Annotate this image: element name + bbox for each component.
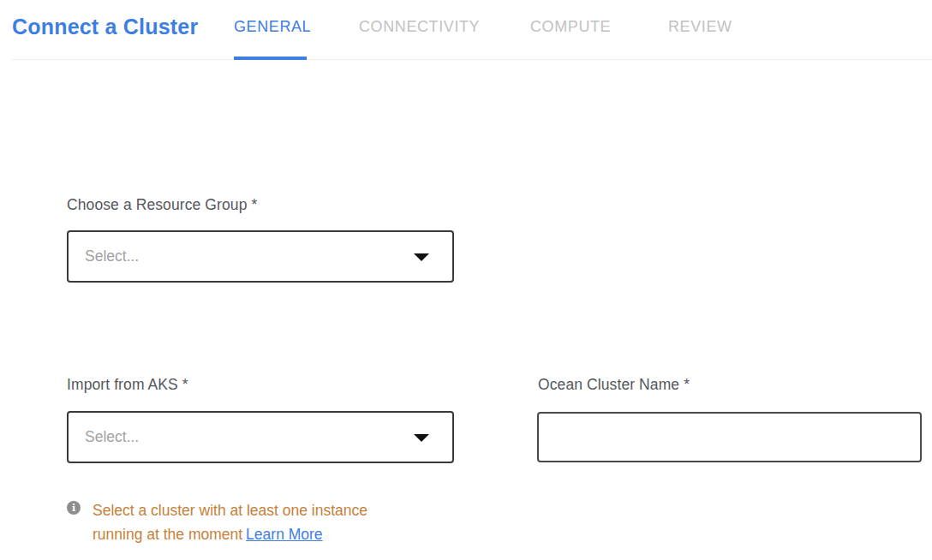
resource-group-placeholder: Select... — [69, 247, 139, 265]
resource-group-label: Choose a Resource Group * — [67, 196, 257, 214]
tab-compute[interactable]: COMPUTE — [530, 18, 611, 36]
tab-general[interactable]: GENERAL — [234, 18, 311, 36]
caret-down-icon — [414, 434, 429, 442]
info-note-text: Select a cluster with at least one insta… — [93, 498, 403, 546]
import-aks-label: Import from AKS * — [67, 376, 188, 394]
tab-review[interactable]: REVIEW — [668, 18, 732, 36]
import-aks-select[interactable]: Select... — [67, 411, 454, 463]
active-tab-underline — [234, 57, 307, 60]
tab-connectivity[interactable]: CONNECTIVITY — [359, 18, 480, 36]
wizard-tabs: GENERAL CONNECTIVITY COMPUTE REVIEW — [0, 0, 932, 60]
learn-more-link[interactable]: Learn More — [246, 526, 323, 543]
info-note-message: Select a cluster with at least one insta… — [93, 502, 367, 543]
caret-down-icon — [414, 253, 429, 261]
resource-group-select[interactable]: Select... — [67, 230, 454, 283]
import-aks-placeholder: Select... — [69, 428, 139, 446]
info-note: i Select a cluster with at least one ins… — [67, 498, 409, 546]
header-divider — [12, 59, 932, 60]
ocean-cluster-name-input[interactable] — [537, 412, 922, 462]
ocean-cluster-name-label: Ocean Cluster Name * — [538, 376, 690, 394]
info-icon: i — [67, 501, 81, 515]
